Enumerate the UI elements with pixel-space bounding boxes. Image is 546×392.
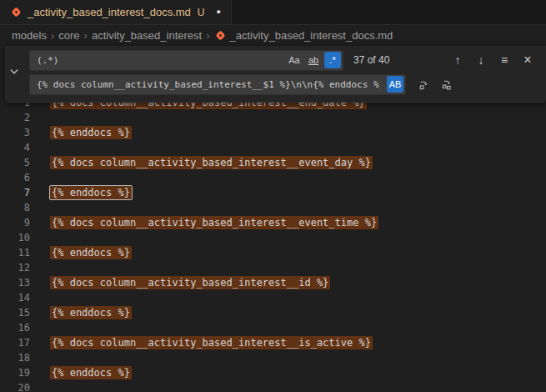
find-match-highlight[interactable]: {% enddocs %} <box>50 186 132 199</box>
line-number: 4 <box>0 142 30 153</box>
tab-filename: _activity_based_interest_docs.md <box>28 6 191 18</box>
replace-all-button[interactable] <box>438 75 456 93</box>
code-line: 4 <box>0 140 546 155</box>
previous-match-button[interactable]: ↑ <box>448 51 467 69</box>
line-number: 14 <box>0 292 30 304</box>
code-line-content[interactable]: {% enddocs %} <box>50 127 132 138</box>
search-input-wrap: Aa ab .* <box>29 50 343 71</box>
line-number: 5 <box>0 157 30 168</box>
code-line-content[interactable]: {% enddocs %} <box>50 187 132 199</box>
line-number: 6 <box>0 172 30 183</box>
editor-pane: Aa ab .* 37 of 40 ↑ ↓ ≡ × AB <box>0 45 546 392</box>
preserve-case-toggle[interactable]: AB <box>387 76 403 93</box>
close-button[interactable]: × <box>518 51 537 69</box>
line-number: 12 <box>0 262 30 274</box>
code-line: 14 <box>0 290 546 305</box>
code-line: 8 <box>0 200 546 215</box>
code-line-content[interactable]: {% docs column__activity_based_interest_… <box>50 157 373 168</box>
line-number: 9 <box>0 217 30 229</box>
code-line: 15{% enddocs %} <box>0 305 546 320</box>
git-status-badge: U <box>198 7 205 18</box>
code-line-content[interactable]: {% enddocs %} <box>50 247 132 259</box>
code-line: 17{% docs column__activity_based_interes… <box>0 335 546 350</box>
line-number: 15 <box>0 307 30 319</box>
code-line: 3{% enddocs %} <box>0 125 546 140</box>
code-line: 11{% enddocs %} <box>0 245 546 260</box>
regex-toggle[interactable]: .* <box>324 52 341 68</box>
replace-input-wrap: AB <box>29 74 406 95</box>
breadcrumb: models›core›activity_based_interest›_act… <box>0 25 546 45</box>
line-number: 16 <box>0 322 30 334</box>
find-match-highlight[interactable]: {% docs column__activity_based_interest_… <box>50 156 373 169</box>
line-number: 11 <box>0 247 30 259</box>
code-line-content[interactable]: {% docs column__activity_based_interest_… <box>50 217 378 229</box>
breadcrumb-item[interactable]: core <box>58 29 79 42</box>
line-number: 19 <box>0 367 30 379</box>
code-line: 18 <box>0 350 546 365</box>
code-line: 2 <box>0 110 546 125</box>
line-number: 13 <box>0 277 30 289</box>
find-match-highlight[interactable]: {% enddocs %} <box>50 126 132 139</box>
line-number: 2 <box>0 112 30 123</box>
modified-dot-icon[interactable]: ● <box>217 8 221 16</box>
chevron-right-icon: › <box>47 29 58 42</box>
find-match-highlight[interactable]: {% docs column__activity_based_interest_… <box>50 336 373 349</box>
editor-tab[interactable]: _activity_based_interest_docs.md U ● <box>0 0 232 24</box>
find-match-highlight[interactable]: {% enddocs %} <box>50 306 132 319</box>
chevron-right-icon: › <box>80 29 92 42</box>
dbt-file-icon <box>10 6 23 18</box>
chevron-down-icon <box>8 66 20 81</box>
code-line-content[interactable]: {% enddocs %} <box>50 367 132 379</box>
dbt-file-icon <box>214 29 227 42</box>
find-match-highlight[interactable]: {% docs column__activity_based_interest_… <box>50 276 330 289</box>
line-number: 18 <box>0 352 30 364</box>
code-line-content[interactable]: {% docs column__activity_based_interest_… <box>50 277 330 289</box>
line-number: 10 <box>0 232 30 244</box>
find-match-highlight[interactable]: {% enddocs %} <box>50 366 132 379</box>
code-line: 19{% enddocs %} <box>0 365 546 380</box>
find-match-highlight[interactable]: {% docs column__activity_based_interest_… <box>50 216 378 229</box>
code-line: 10 <box>0 230 546 245</box>
breadcrumb-item[interactable]: activity_based_interest <box>92 29 202 42</box>
line-number: 7 <box>0 187 30 199</box>
code-line: 6 <box>0 170 546 185</box>
code-line: 9{% docs column__activity_based_interest… <box>0 215 546 230</box>
code-line: 13{% docs column__activity_based_interes… <box>0 275 546 290</box>
toggle-replace-button[interactable] <box>6 49 23 98</box>
code-line: 12 <box>0 260 546 275</box>
match-case-toggle[interactable]: Aa <box>286 52 303 68</box>
next-match-button[interactable]: ↓ <box>472 51 490 69</box>
replace-input[interactable] <box>29 74 406 95</box>
code-line: 7{% enddocs %} <box>0 185 546 200</box>
line-number: 8 <box>0 202 30 214</box>
code-line: 16 <box>0 320 546 335</box>
tab-bar: _activity_based_interest_docs.md U ● <box>0 0 546 25</box>
code-area: 1{% docs column__activity_based_interest… <box>0 95 546 392</box>
code-line: 20 <box>0 380 546 392</box>
replace-row: AB <box>23 73 542 95</box>
code-line-content[interactable]: {% enddocs %} <box>50 307 132 319</box>
line-number: 20 <box>0 382 30 392</box>
code-line-content[interactable]: {% docs column__activity_based_interest_… <box>50 337 373 349</box>
find-widget: Aa ab .* 37 of 40 ↑ ↓ ≡ × AB <box>5 46 546 103</box>
breadcrumb-item[interactable]: models <box>12 29 47 42</box>
replace-button[interactable] <box>414 75 433 93</box>
whole-word-toggle[interactable]: ab <box>305 52 322 68</box>
find-in-selection-button[interactable]: ≡ <box>495 51 513 69</box>
find-match-highlight[interactable]: {% enddocs %} <box>50 246 132 259</box>
results-count: 37 of 40 <box>353 54 389 66</box>
chevron-right-icon: › <box>202 29 213 42</box>
code-line: 5{% docs column__activity_based_interest… <box>0 155 546 170</box>
breadcrumb-item[interactable]: _activity_based_interest_docs.md <box>230 29 393 42</box>
line-number: 17 <box>0 337 30 349</box>
find-row: Aa ab .* 37 of 40 ↑ ↓ ≡ × <box>23 49 542 71</box>
line-number: 3 <box>0 127 30 138</box>
